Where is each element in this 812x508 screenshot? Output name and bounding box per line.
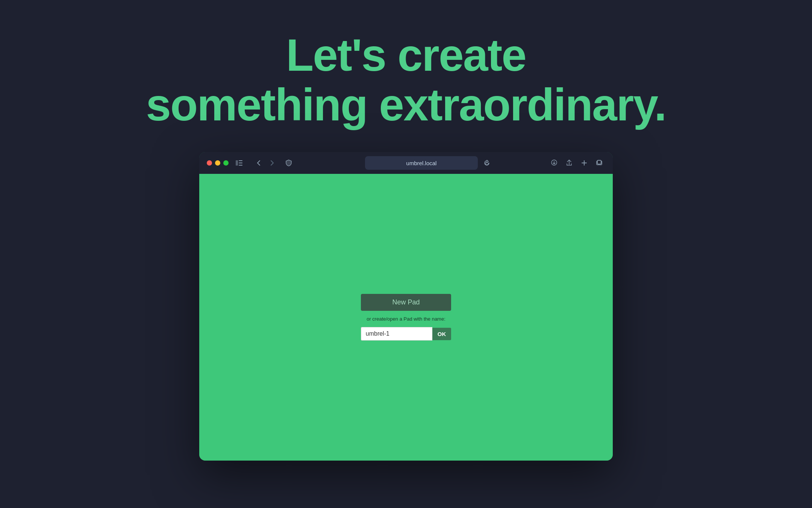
svg-rect-3 [239,165,242,166]
toolbar-right [548,157,605,169]
nav-buttons [253,157,278,169]
svg-rect-2 [239,163,242,163]
traffic-light-green[interactable] [223,160,229,166]
create-open-text: or create/open a Pad with the name: [367,316,445,322]
name-input-row: OK [361,327,451,341]
tabs-button[interactable] [593,157,605,169]
headline-line2: something extraordinary. [146,80,666,129]
center-ui: New Pad or create/open a Pad with the na… [361,294,451,341]
shield-icon[interactable] [283,157,295,169]
url-bar[interactable]: umbrel.local [365,156,478,170]
sidebar-toggle-icon[interactable] [233,157,245,169]
traffic-light-yellow[interactable] [215,160,220,166]
pad-name-input[interactable] [361,327,432,341]
url-text: umbrel.local [406,160,437,166]
share-button[interactable] [563,157,575,169]
url-bar-wrapper: umbrel.local [299,156,544,170]
headline-line1: Let's create [146,30,666,80]
headline-area: Let's create something extraordinary. [146,30,666,129]
download-button[interactable] [548,157,560,169]
new-tab-button[interactable] [578,157,590,169]
svg-rect-0 [236,160,238,166]
svg-rect-1 [239,160,242,161]
back-button[interactable] [253,157,265,169]
new-pad-button[interactable]: New Pad [361,294,451,311]
forward-button[interactable] [266,157,278,169]
browser-content: New Pad or create/open a Pad with the na… [199,174,613,461]
refresh-button[interactable] [481,157,493,169]
traffic-lights [207,160,229,166]
browser-window: umbrel.local [199,152,613,461]
browser-toolbar: umbrel.local [199,152,613,174]
ok-button[interactable]: OK [432,328,451,340]
traffic-light-red[interactable] [207,160,212,166]
svg-rect-6 [597,160,601,164]
